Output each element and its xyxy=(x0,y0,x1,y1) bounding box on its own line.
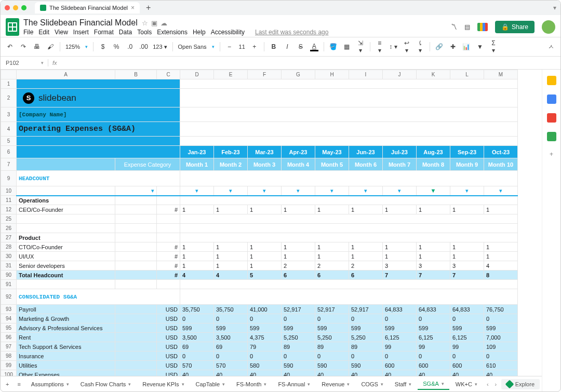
valign-button[interactable]: ↕ ▾ xyxy=(389,43,397,50)
decimal-inc-button[interactable]: .00 xyxy=(139,43,148,50)
data-cell[interactable]: 6 xyxy=(349,271,383,280)
data-cell[interactable]: 1 xyxy=(282,242,315,252)
keep-icon[interactable] xyxy=(547,94,556,104)
row-header[interactable]: 98 xyxy=(1,352,17,361)
row-label[interactable]: Senior developers xyxy=(17,261,115,271)
data-cell[interactable]: 1 xyxy=(484,205,518,214)
data-cell[interactable]: 1 xyxy=(349,242,383,252)
unit-cell[interactable]: USD xyxy=(157,305,180,314)
unit-cell[interactable]: # xyxy=(157,252,180,261)
data-cell[interactable]: 40 xyxy=(484,370,518,376)
menu-tools[interactable]: Tools xyxy=(137,29,152,36)
data-cell[interactable]: 64,833 xyxy=(383,305,417,314)
data-cell[interactable]: 580 xyxy=(248,361,282,370)
row-label[interactable]: Marketing & Growth xyxy=(17,314,115,323)
data-cell[interactable]: 0 xyxy=(349,352,383,361)
data-cell[interactable]: 1 xyxy=(248,252,282,261)
menu-accessibility[interactable]: Accessibility xyxy=(211,29,245,36)
sheets-logo-icon[interactable] xyxy=(6,18,19,36)
calendar-icon[interactable] xyxy=(547,76,556,85)
month-header[interactable]: Oct-23 xyxy=(484,146,518,158)
borders-button[interactable]: ▦ xyxy=(343,43,351,50)
row-label[interactable]: Rent xyxy=(17,333,115,342)
data-cell[interactable]: 1 xyxy=(349,205,383,214)
data-cell[interactable]: 0 xyxy=(282,352,315,361)
data-cell[interactable]: 1 xyxy=(214,261,248,271)
data-cell[interactable]: 0 xyxy=(383,314,417,323)
unit-cell[interactable]: USD xyxy=(157,370,180,376)
data-cell[interactable]: 40 xyxy=(450,370,484,376)
data-cell[interactable]: 40 xyxy=(248,370,282,376)
data-cell[interactable]: 2 xyxy=(282,261,315,271)
data-cell[interactable]: 40 xyxy=(180,370,214,376)
data-cell[interactable]: 1 xyxy=(417,205,450,214)
data-cell[interactable]: 600 xyxy=(450,361,484,370)
row-header[interactable]: 7 xyxy=(1,158,17,171)
row-header[interactable]: 93 xyxy=(1,305,17,314)
filter-icon[interactable]: ▾ xyxy=(349,186,383,196)
data-cell[interactable]: 6,125 xyxy=(450,333,484,342)
data-cell[interactable]: 1 xyxy=(315,205,349,214)
data-cell[interactable]: 0 xyxy=(450,352,484,361)
filter-icon[interactable]: ▾ xyxy=(383,186,417,196)
data-cell[interactable]: 4 xyxy=(180,271,214,280)
col-header[interactable]: K xyxy=(417,70,450,79)
menu-view[interactable]: View xyxy=(55,29,68,36)
row-header[interactable]: 1 xyxy=(1,79,17,89)
col-header[interactable]: I xyxy=(349,70,383,79)
row-header[interactable]: 25 xyxy=(1,214,17,224)
month-header[interactable]: Sep-23 xyxy=(450,146,484,158)
sheet-tab[interactable]: FS-Annual▾ xyxy=(273,379,315,390)
row-header[interactable]: 30 xyxy=(1,252,17,261)
data-cell[interactable]: 0 xyxy=(484,314,518,323)
unit-cell[interactable]: USD xyxy=(157,314,180,323)
meet-icon[interactable] xyxy=(477,23,488,31)
data-cell[interactable]: 1 xyxy=(180,242,214,252)
data-cell[interactable]: 1 xyxy=(248,261,282,271)
data-cell[interactable]: 64,833 xyxy=(450,305,484,314)
data-cell[interactable]: 3,500 xyxy=(214,333,248,342)
row-header[interactable]: 100 xyxy=(1,370,17,376)
month-header[interactable]: Feb-23 xyxy=(214,146,248,158)
data-cell[interactable]: 1 xyxy=(180,252,214,261)
data-cell[interactable]: 41,000 xyxy=(248,305,282,314)
col-header[interactable]: H xyxy=(315,70,349,79)
fill-color-button[interactable]: 🪣 xyxy=(329,43,338,50)
data-cell[interactable]: 1 xyxy=(214,242,248,252)
data-cell[interactable]: 6 xyxy=(282,271,315,280)
data-cell[interactable]: 35,750 xyxy=(214,305,248,314)
data-cell[interactable]: 1 xyxy=(248,205,282,214)
font-select[interactable]: Open Sans xyxy=(178,44,207,50)
data-cell[interactable]: 1 xyxy=(484,252,518,261)
browser-tab[interactable]: The Slidebean Financial Model × xyxy=(35,2,140,13)
data-cell[interactable]: 5 xyxy=(248,271,282,280)
data-cell[interactable]: 0 xyxy=(417,314,450,323)
month-label[interactable]: Month 8 xyxy=(417,158,450,171)
data-cell[interactable]: 52,917 xyxy=(349,305,383,314)
sheet-tab[interactable]: Cash Flow Charts▾ xyxy=(75,379,136,390)
data-cell[interactable]: 0 xyxy=(349,314,383,323)
all-sheets-button[interactable]: ≡ xyxy=(14,379,23,389)
row-header[interactable]: 97 xyxy=(1,342,17,352)
row-label[interactable]: CTO/Co-Founder xyxy=(17,242,115,252)
col-header[interactable]: C xyxy=(157,70,180,79)
data-cell[interactable]: 6,125 xyxy=(417,333,450,342)
row-label[interactable]: Total Headcount xyxy=(17,271,115,280)
data-cell[interactable]: 0 xyxy=(315,352,349,361)
filter-icon[interactable]: ▾ xyxy=(248,186,282,196)
month-label[interactable]: Month 6 xyxy=(349,158,383,171)
data-cell[interactable]: 2 xyxy=(349,261,383,271)
data-cell[interactable]: 0 xyxy=(214,314,248,323)
data-cell[interactable]: 599 xyxy=(180,323,214,333)
sheet-tab[interactable]: Revenue KPIs▾ xyxy=(137,379,189,390)
data-cell[interactable]: 570 xyxy=(180,361,214,370)
move-icon[interactable]: ▣ xyxy=(151,19,157,27)
data-cell[interactable]: 99 xyxy=(450,342,484,352)
data-cell[interactable]: 0 xyxy=(383,352,417,361)
data-cell[interactable]: 599 xyxy=(383,323,417,333)
currency-button[interactable]: $ xyxy=(99,43,107,50)
month-label[interactable]: Month 1 xyxy=(180,158,214,171)
data-cell[interactable]: 0 xyxy=(450,314,484,323)
close-window-icon[interactable] xyxy=(5,5,10,10)
data-cell[interactable]: 109 xyxy=(484,342,518,352)
